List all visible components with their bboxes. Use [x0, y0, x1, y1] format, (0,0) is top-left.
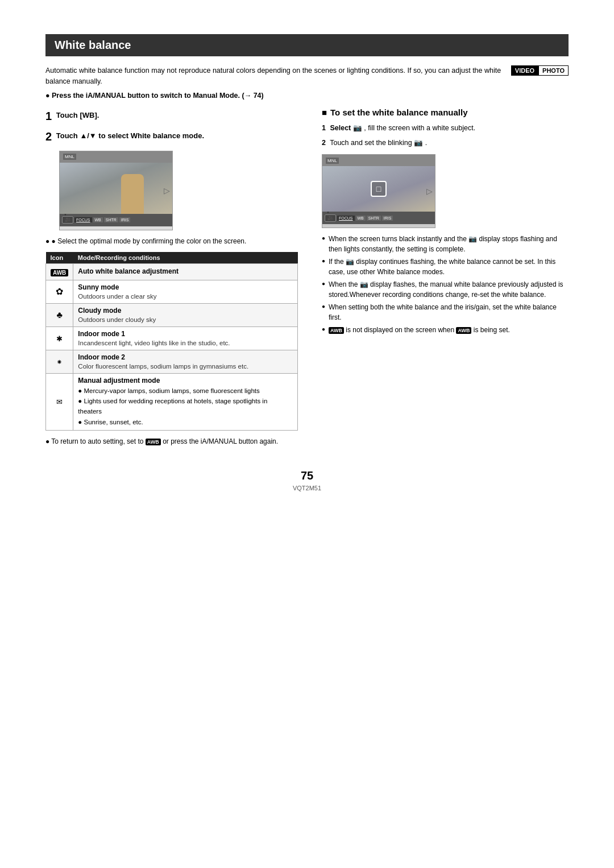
- tab-wb: WB: [93, 217, 103, 222]
- cam-btn-record: 🎥: [62, 216, 73, 224]
- right-bullet-5: AWB is not displayed on the screen when …: [322, 325, 569, 335]
- tab-focus: FOCUS: [74, 217, 92, 222]
- page-header: White balance: [45, 34, 569, 56]
- right-step-1-text: , fill the screen with a white subject.: [364, 124, 475, 132]
- step-2-text: Touch ▲/▼ to select White balance mode.: [56, 131, 204, 140]
- camera-screen-small: MNL ▲ ▼ □ 🎥 FOCUS WB SHTR IRIS ▷: [322, 154, 435, 228]
- intro-text: Automatic white balance function may not…: [45, 65, 569, 87]
- section-title-text: To set the white balance manually: [330, 108, 467, 117]
- step-1: 1 Touch [WB].: [45, 108, 298, 125]
- mode-cloudy: Cloudy mode Outdoors under cloudy sky: [73, 303, 298, 326]
- cam-side-arrow-small: ▷: [426, 187, 433, 196]
- right-step-2-icon: 📷: [414, 139, 423, 147]
- cam-label: MNL: [63, 154, 76, 160]
- icon-manual: [46, 373, 73, 431]
- tab-shtr: SHTR: [104, 217, 118, 222]
- left-column: 1 Touch [WB]. 2 Touch ▲/▼ to select Whit…: [45, 108, 298, 447]
- manual-bullet-1: ● Mercury-vapor lamps, sodium lamps, som…: [78, 386, 293, 396]
- icon-cloudy: [46, 303, 73, 326]
- right-step-1: 1 Select 📷 , fill the screen with a whit…: [322, 123, 569, 134]
- page-number: 75: [45, 469, 569, 482]
- awb-note-badge: AWB: [329, 327, 344, 334]
- cam-figure: [121, 174, 144, 214]
- right-step-1-icon: 📷: [353, 124, 364, 132]
- tab-iris: IRIS: [119, 217, 131, 222]
- right-bullet-1: When the screen turns black instantly an…: [322, 234, 569, 254]
- select-note: ● Select the optimal mode by confirming …: [45, 236, 298, 246]
- cloudy-icon: [56, 310, 63, 320]
- capture-icon: □: [371, 181, 387, 197]
- table-row: Indoor mode 1 Incandescent light, video …: [46, 326, 298, 350]
- tab-wb-small: WB: [356, 216, 366, 221]
- page-title: White balance: [55, 39, 131, 51]
- table-row: Sunny mode Outdoors under a clear sky: [46, 280, 298, 303]
- awb-note-badge2: AWB: [456, 327, 471, 334]
- right-bullet-2: If the 📷 display continues flashing, the…: [322, 257, 569, 277]
- manual-bullet-3: ● Sunrise, sunset, etc.: [78, 417, 293, 427]
- cam-btn-small-record: 🎥: [325, 214, 336, 222]
- table-header-icon: Icon: [46, 252, 73, 264]
- cam-bottom-bar-small: 🎥 FOCUS WB SHTR IRIS ▷: [322, 212, 435, 224]
- right-bullet-4: When setting both the white balance and …: [322, 302, 569, 323]
- manual-wb-icon: [56, 396, 63, 406]
- wb-modes-table: Icon Mode/Recording conditions AWB Auto …: [45, 252, 298, 431]
- step-1-num: 1: [45, 110, 52, 122]
- step-2-num: 2: [45, 130, 52, 143]
- cam-top-bar-small: MNL: [322, 155, 435, 166]
- video-photo-badges: VIDEO PHOTO: [511, 65, 569, 76]
- right-step-2: 2 Touch and set the blinking 📷 .: [322, 138, 569, 148]
- cam-top-bar: MNL: [60, 151, 172, 163]
- mode-awb: Auto white balance adjustment: [73, 263, 298, 280]
- table-row: AWB Auto white balance adjustment: [46, 263, 298, 280]
- awb-return-badge: AWB: [146, 439, 161, 445]
- table-row: Cloudy mode Outdoors under cloudy sky: [46, 303, 298, 326]
- cam-label-small: MNL: [326, 158, 339, 164]
- cam-image-small: □: [322, 166, 435, 212]
- right-step-1-bold: Select: [330, 124, 351, 132]
- table-header-mode: Mode/Recording conditions: [73, 252, 298, 264]
- tab-focus-small: FOCUS: [337, 216, 355, 221]
- photo-badge: PHOTO: [538, 65, 569, 76]
- icon-awb: AWB: [46, 263, 73, 280]
- table-row: Indoor mode 2 Color fluorescent lamps, s…: [46, 350, 298, 373]
- right-bullet-3: When the 📷 display flashes, the manual w…: [322, 279, 569, 300]
- cam-side-arrow: ▷: [164, 186, 170, 195]
- right-step-2-text: Touch and set the blinking: [330, 139, 412, 147]
- icon-sunny: [46, 280, 73, 303]
- table-row: Manual adjustment mode ● Mercury-vapor l…: [46, 373, 298, 431]
- indoor1-icon: [56, 333, 63, 343]
- cam-bottom-bar: 🎥 FOCUS WB SHTR IRIS ▷: [60, 214, 172, 226]
- page-footer: 75 VQT2M51: [45, 469, 569, 491]
- doc-code: VQT2M51: [45, 485, 569, 491]
- sunny-icon: [56, 287, 63, 296]
- icon-indoor1: [46, 326, 73, 350]
- right-bullets: When the screen turns black instantly an…: [322, 234, 569, 335]
- mode-indoor2: Indoor mode 2 Color fluorescent lamps, s…: [73, 350, 298, 373]
- step-1-text: Touch [WB].: [56, 111, 99, 119]
- tab-iris-small: IRIS: [382, 216, 393, 221]
- video-badge: VIDEO: [511, 65, 538, 76]
- camera-screen-main: MNL ▲ ▼ 🎥 FOCUS WB SHTR IRIS ▷: [59, 151, 173, 230]
- mode-manual: Manual adjustment mode ● Mercury-vapor l…: [73, 373, 298, 431]
- tab-shtr-small: SHTR: [367, 216, 381, 221]
- right-section-title: To set the white balance manually: [322, 108, 569, 117]
- press-note: ● Press the iA/MANUAL button to switch t…: [45, 92, 569, 100]
- cam-image-area: [60, 163, 172, 214]
- right-column: To set the white balance manually 1 Sele…: [316, 108, 569, 447]
- step-2: 2 Touch ▲/▼ to select White balance mode…: [45, 128, 298, 145]
- return-note: ● To return to auto setting, set to AWB …: [45, 436, 298, 447]
- indoor2-icon: [56, 357, 63, 366]
- icon-indoor2: [46, 350, 73, 373]
- mode-sunny: Sunny mode Outdoors under a clear sky: [73, 280, 298, 303]
- manual-bullet-2: ● Lights used for wedding receptions at …: [78, 396, 293, 417]
- mode-indoor1: Indoor mode 1 Incandescent light, video …: [73, 326, 298, 350]
